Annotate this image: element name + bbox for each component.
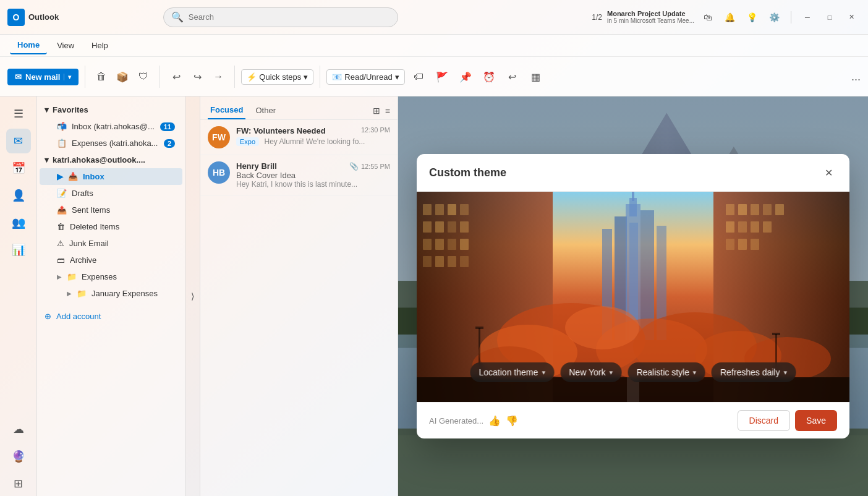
sidebar-icon-apps[interactable]: 🔮: [6, 444, 31, 469]
settings-btn[interactable]: ⚙️: [766, 9, 783, 26]
tab-view[interactable]: View: [49, 37, 82, 54]
reply-btn[interactable]: ↩: [166, 66, 186, 88]
ribbon-tabs: Home View Help: [0, 35, 868, 57]
bell-btn[interactable]: 🔔: [721, 9, 739, 26]
mail-list-expand[interactable]: ⟩: [185, 96, 200, 496]
mail-avatar-henry: HB: [208, 161, 230, 184]
tab-help[interactable]: Help: [84, 37, 116, 54]
mail-item-fw-volunteers[interactable]: FW FW: Volunteers Needed 12:30 PM Expo H…: [200, 120, 398, 155]
nav-item-expenses-favorites[interactable]: 📋 Expenses (katri.ahoka... 2: [40, 135, 182, 152]
discard-button[interactable]: Discard: [738, 410, 790, 431]
sidebar-icon-table[interactable]: 📊: [6, 237, 31, 262]
sidebar-icon-hamburger[interactable]: ☰: [6, 101, 31, 126]
sidebar-icon-grid[interactable]: ⊞: [6, 471, 31, 496]
sidebar-icon-people[interactable]: 👤: [6, 183, 31, 208]
close-btn[interactable]: ✕: [843, 9, 861, 26]
delete-btn[interactable]: 🗑: [91, 66, 111, 88]
nav-item-archive[interactable]: 🗃 Archive: [40, 252, 182, 268]
modal-close-btn[interactable]: ✕: [820, 164, 837, 181]
filter-squares-icon[interactable]: ⊞: [373, 106, 380, 116]
sidebar-icon-team[interactable]: 👥: [6, 210, 31, 235]
tab-home[interactable]: Home: [10, 36, 47, 54]
ribbon-sep-2: [160, 66, 160, 88]
minimize-btn[interactable]: ─: [799, 9, 816, 26]
mail-tags-fw: Expo Hey Alumni! We're looking fo...: [236, 135, 390, 147]
refresh-dropdown[interactable]: Refreshes daily ▾: [712, 362, 796, 382]
read-unread-btn[interactable]: 📧 Read/Unread ▾: [326, 69, 404, 85]
modal-image: Location theme ▾ New York ▾ Realistic st…: [417, 192, 849, 402]
lightbulb-btn[interactable]: 💡: [744, 9, 761, 26]
save-button[interactable]: Save: [795, 410, 837, 431]
refresh-dropdown-arrow: ▾: [783, 369, 787, 377]
view-btn[interactable]: ▦: [526, 66, 546, 88]
ai-generated-label: AI Generated...: [429, 416, 483, 425]
add-account-btn[interactable]: ⊕ Add account: [37, 307, 185, 326]
account-header[interactable]: ▾ katri.ahokas@outlook....: [37, 152, 185, 168]
svg-rect-18: [460, 221, 469, 233]
pin-btn[interactable]: 📌: [456, 66, 475, 88]
reply-all-btn[interactable]: ↪: [187, 66, 207, 88]
flag-btn[interactable]: 🚩: [432, 66, 452, 88]
sidebar-icon-calendar[interactable]: 📅: [6, 156, 31, 181]
nav-item-january-expenses[interactable]: ▶ 📁 January Expenses: [40, 285, 182, 302]
notif-title: Monarch Project Update: [607, 10, 694, 17]
nav-item-sent[interactable]: 📤 Sent Items: [40, 202, 182, 218]
lightning-icon: ⚡: [247, 72, 257, 82]
mail-item-henry[interactable]: HB Henry Brill 📎 12:55 PM Back Cover Ide…: [200, 155, 398, 195]
snooze-btn[interactable]: ⏰: [479, 66, 499, 88]
city-label: New York: [569, 367, 605, 377]
mail-items: FW FW: Volunteers Needed 12:30 PM Expo H…: [200, 120, 398, 496]
search-bar[interactable]: 🔍: [163, 7, 398, 27]
search-input[interactable]: [189, 12, 390, 22]
envelope-icon: 📧: [332, 72, 342, 82]
favorites-header[interactable]: ▾ Favorites: [37, 101, 185, 118]
new-mail-button[interactable]: ✉ New mail ▾: [7, 69, 79, 85]
style-label: Realistic style: [636, 367, 689, 377]
thumbs-down-btn[interactable]: 👎: [506, 415, 518, 427]
junk-icon: ⚠: [57, 239, 64, 248]
chevron-down-icon: ▾: [45, 105, 49, 114]
thumbs-up-btn[interactable]: 👍: [488, 415, 501, 427]
ribbon-sep-4: [320, 66, 320, 88]
svg-rect-35: [751, 221, 759, 233]
svg-rect-21: [448, 239, 456, 250]
tab-focused[interactable]: Focused: [208, 101, 245, 119]
forward-btn[interactable]: →: [208, 66, 228, 88]
sort-icon[interactable]: ≡: [385, 106, 390, 116]
footer-actions: Discard Save: [738, 410, 837, 431]
svg-rect-26: [460, 256, 469, 267]
drafts-icon: 📝: [57, 189, 67, 198]
store-btn[interactable]: 🛍: [699, 9, 717, 26]
report-btn[interactable]: 🛡: [134, 66, 153, 88]
archive-btn[interactable]: 📦: [113, 66, 132, 88]
style-dropdown[interactable]: Realistic style ▾: [628, 362, 705, 382]
inbox-favorites-badge: 11: [160, 122, 175, 131]
tab-other[interactable]: Other: [253, 102, 278, 119]
undo-btn[interactable]: ↩: [503, 66, 522, 88]
location-theme-label: Location theme: [479, 367, 538, 377]
sidebar-icon-cloud[interactable]: ☁: [6, 417, 31, 442]
tag-btn[interactable]: 🏷: [409, 66, 428, 88]
expo-tag: Expo: [236, 137, 259, 146]
city-dropdown[interactable]: New York ▾: [560, 362, 621, 382]
svg-rect-47: [632, 192, 634, 201]
ribbon-group-delete: 🗑 📦 🛡: [91, 66, 153, 88]
sidebar-icon-mail[interactable]: ✉: [6, 129, 31, 153]
refresh-label: Refreshes daily: [720, 367, 780, 377]
svg-rect-23: [423, 256, 432, 267]
svg-rect-37: [726, 239, 734, 250]
nav-item-expenses[interactable]: ▶ 📁 Expenses: [40, 268, 182, 285]
nav-item-inbox-favorites[interactable]: 📬 Inbox (katri.ahokas@... 11: [40, 118, 182, 135]
more-btn[interactable]: ...: [851, 71, 861, 83]
mail-preview-henry: Hey Katri, I know this is last minute...: [236, 180, 390, 189]
maximize-btn[interactable]: □: [821, 9, 838, 26]
mail-sender-henry: Henry Brill: [236, 161, 277, 171]
notification-area: Monarch Project Update in 5 min Microsof…: [607, 10, 694, 24]
nav-item-junk[interactable]: ⚠ Junk Email: [40, 235, 182, 252]
nav-item-drafts[interactable]: 📝 Drafts: [40, 185, 182, 202]
location-theme-dropdown[interactable]: Location theme ▾: [470, 362, 555, 382]
nav-item-deleted[interactable]: 🗑 Deleted Items: [40, 218, 182, 235]
quick-steps-btn[interactable]: ⚡ Quick steps ▾: [241, 69, 313, 85]
svg-rect-36: [763, 221, 772, 233]
nav-item-inbox[interactable]: ▶ 📥 Inbox: [40, 168, 182, 185]
